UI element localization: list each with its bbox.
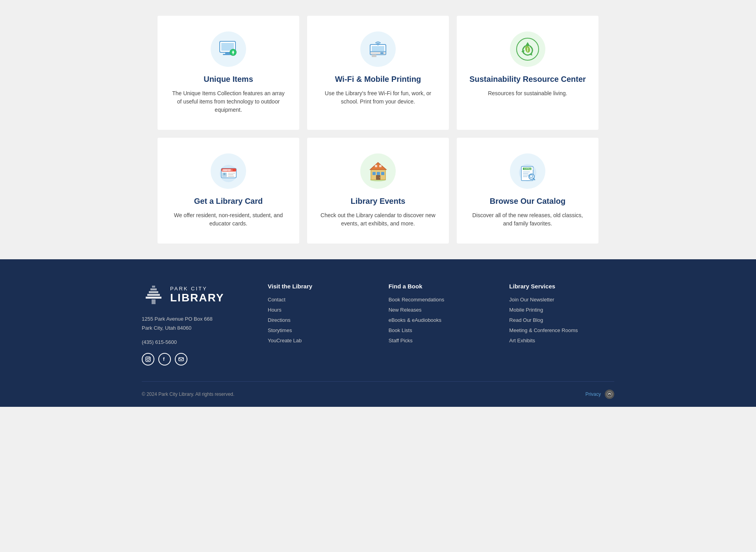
footer-nav-item: Read Our Blog (509, 316, 614, 323)
library-logo-icon (142, 283, 165, 306)
footer-nav-link[interactable]: Directions (268, 317, 291, 323)
civicrm-icon (605, 390, 614, 399)
footer-nav-title-0: Visit the Library (268, 283, 373, 290)
wifi-printing-desc: Use the Library's free Wi-Fi for fun, wo… (319, 89, 437, 106)
footer-nav-link[interactable]: New Releases (389, 307, 422, 313)
cards-grid: Unique Items The Unique Items Collection… (158, 16, 598, 244)
svg-rect-41 (523, 172, 530, 172)
logo-park-city: PARK CITY (170, 286, 224, 292)
footer-nav-link[interactable]: Staff Picks (389, 338, 413, 343)
footer-logo-section: PARK CITY LIBRARY 1255 Park Avenue PO Bo… (142, 283, 252, 366)
footer-nav-link[interactable]: Storytimes (268, 327, 292, 333)
footer-phone: (435) 615-5600 (142, 339, 252, 345)
svg-text:LIBRARY CARD: LIBRARY CARD (222, 171, 234, 173)
svg-rect-43 (523, 175, 529, 175)
footer-nav-list-2: Join Our NewsletterMobile PrintingRead O… (509, 296, 614, 344)
footer-nav-item: Staff Picks (389, 337, 494, 344)
footer-nav-services: Library ServicesJoin Our NewsletterMobil… (509, 283, 614, 366)
footer-nav-item: eBooks & eAudiobooks (389, 316, 494, 323)
svg-point-34 (379, 177, 380, 178)
footer-copyright: © 2024 Park City Library. All rights res… (142, 391, 234, 397)
footer-nav-item: Art Exhibits (509, 337, 614, 344)
svg-rect-32 (381, 172, 384, 175)
footer-social: f (142, 353, 252, 366)
privacy-link[interactable]: Privacy (586, 391, 601, 397)
svg-point-56 (147, 358, 149, 360)
svg-rect-35 (375, 165, 377, 167)
wifi-printing-title: Wi-Fi & Mobile Printing (335, 75, 421, 84)
footer: PARK CITY LIBRARY 1255 Park Avenue PO Bo… (0, 259, 756, 407)
svg-rect-49 (146, 297, 161, 299)
svg-point-12 (378, 44, 379, 46)
svg-point-57 (149, 357, 150, 358)
svg-rect-50 (147, 294, 160, 296)
footer-address: 1255 Park Avenue PO Box 668 Park City, U… (142, 314, 252, 333)
svg-text:f: f (163, 356, 165, 362)
unique-items-icon (211, 31, 246, 67)
card-library-card[interactable]: PARK CITY LIBRARY CARD Get a Library Car… (158, 138, 299, 244)
library-events-title: Library Events (351, 197, 406, 206)
unique-items-title: Unique Items (204, 75, 253, 84)
svg-rect-36 (379, 165, 382, 167)
svg-rect-42 (523, 173, 528, 174)
footer-nav-visit: Visit the LibraryContactHoursDirectionsS… (268, 283, 373, 366)
svg-rect-52 (150, 288, 157, 290)
browse-catalog-icon: CATALOG (510, 153, 545, 189)
footer-nav-title-2: Library Services (509, 283, 614, 290)
footer-nav-link[interactable]: YouCreate Lab (268, 338, 302, 343)
card-library-events[interactable]: Library Events Check out the Library cal… (307, 138, 449, 244)
footer-nav-item: Meeting & Conference Rooms (509, 327, 614, 334)
footer-nav-link[interactable]: Art Exhibits (509, 338, 535, 343)
footer-nav-item: New Releases (389, 306, 494, 313)
footer-nav-link[interactable]: Mobile Printing (509, 307, 543, 313)
footer-nav-item: Directions (268, 316, 373, 323)
card-sustainability[interactable]: Sustainability Resource Center Resources… (457, 16, 598, 130)
card-unique-items[interactable]: Unique Items The Unique Items Collection… (158, 16, 299, 130)
footer-nav-list-0: ContactHoursDirectionsStorytimesYouCreat… (268, 296, 373, 344)
card-browse-catalog[interactable]: CATALOG Browse Our Catalog Discover all … (457, 138, 598, 244)
sustainability-desc: Resources for sustainable living. (488, 89, 567, 98)
library-card-desc: We offer resident, non-resident, student… (169, 211, 287, 228)
footer-privacy-section: Privacy (586, 390, 614, 399)
library-card-title: Get a Library Card (194, 197, 263, 206)
footer-nav-link[interactable]: Book Lists (389, 327, 412, 333)
footer-nav-link[interactable]: Contact (268, 297, 285, 303)
sustainability-title: Sustainability Resource Center (469, 75, 586, 84)
facebook-icon[interactable]: f (158, 353, 171, 366)
svg-marker-29 (370, 162, 386, 170)
footer-nav-item: Book Recommendations (389, 296, 494, 303)
svg-rect-8 (372, 46, 384, 52)
svg-text:CATALOG: CATALOG (524, 168, 534, 170)
footer-nav-title-1: Find a Book (389, 283, 494, 290)
footer-nav-link[interactable]: Join Our Newsletter (509, 297, 554, 303)
footer-nav-link[interactable]: Read Our Blog (509, 317, 543, 323)
svg-rect-23 (228, 174, 233, 175)
email-icon[interactable] (175, 353, 187, 366)
footer-nav-item: Book Lists (389, 327, 494, 334)
svg-rect-24 (228, 176, 234, 177)
instagram-icon[interactable] (142, 353, 154, 366)
footer-logo: PARK CITY LIBRARY (142, 283, 252, 306)
sustainability-icon (510, 31, 545, 67)
footer-bottom: © 2024 Park City Library. All rights res… (142, 381, 614, 407)
svg-rect-44 (523, 176, 528, 177)
footer-nav-find: Find a BookBook RecommendationsNew Relea… (389, 283, 494, 366)
library-events-desc: Check out the Library calendar to discov… (319, 211, 437, 228)
footer-nav-link[interactable]: Hours (268, 307, 282, 313)
main-content: Unique Items The Unique Items Collection… (0, 0, 756, 259)
footer-nav-item: Contact (268, 296, 373, 303)
library-card-icon: PARK CITY LIBRARY CARD (211, 153, 246, 189)
card-wifi-printing[interactable]: Wi-Fi & Mobile Printing Use the Library'… (307, 16, 449, 130)
footer-nav-item: Join Our Newsletter (509, 296, 614, 303)
footer-logo-text: PARK CITY LIBRARY (170, 286, 224, 304)
svg-point-60 (607, 391, 612, 397)
footer-nav-link[interactable]: Book Recommendations (389, 297, 445, 303)
footer-nav-link[interactable]: Meeting & Conference Rooms (509, 327, 578, 333)
svg-rect-6 (233, 53, 233, 54)
svg-rect-59 (179, 358, 183, 361)
browse-catalog-title: Browse Our Catalog (490, 197, 565, 206)
footer-nav-link[interactable]: eBooks & eAudiobooks (389, 317, 441, 323)
svg-rect-31 (377, 172, 380, 175)
library-events-icon (360, 153, 396, 189)
svg-rect-10 (380, 52, 384, 54)
